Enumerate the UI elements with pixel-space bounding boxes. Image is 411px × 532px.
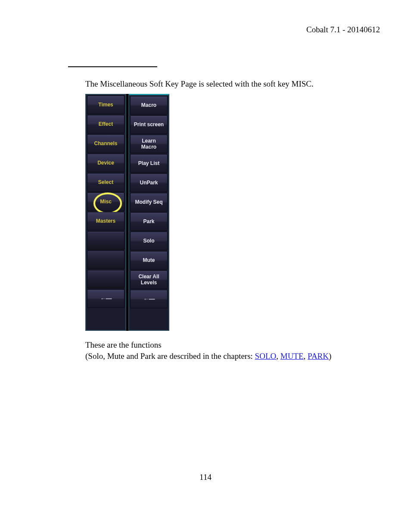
softkey-empty [87,231,125,250]
functions-line1: These are the functions [85,340,162,349]
softkey-times: Times [87,96,125,114]
softkey-masters: Masters [87,212,125,230]
softkey-channels: Channels [87,134,125,153]
functions-close: ) [329,352,331,361]
softkey-modify-seq: Modify Seq [130,193,168,212]
softkey-effect: Effect [87,115,125,134]
functions-line2-pre: (Solo, Mute and Park are described in th… [85,352,255,361]
section-rule [68,66,157,67]
back-arrow-icon: ←— [143,296,155,302]
functions-paragraph: These are the functions (Solo, Mute and … [85,339,331,361]
link-solo[interactable]: SOLO [255,352,277,361]
softkey-mute: Mute [130,251,168,270]
page-number-text: 114 [199,473,212,482]
softkey-unpark: UnPark [130,174,168,192]
sep2: , [304,352,308,361]
softkey-misc: Misc [87,193,125,211]
softkey-back: ←— [87,289,125,308]
doc-header-text: Cobalt 7.1 - 20140612 [306,25,380,34]
softkey-learn-macro: Learn Macro [130,135,168,153]
intro-text: The Miscellaneous Soft Key Page is selec… [85,79,314,88]
doc-header: Cobalt 7.1 - 20140612 [306,25,380,34]
softkey-col-left: TimesEffectChannelsDeviceSelectMiscMaste… [85,94,126,331]
intro-paragraph: The Miscellaneous Soft Key Page is selec… [85,79,314,89]
sep1: , [276,352,280,361]
softkey-device: Device [87,154,125,172]
page-number: 114 [0,473,411,482]
softkey-select: Select [87,173,125,192]
softkey-col-right: MacroPrint screenLearn MacroPlay ListUnP… [128,94,169,331]
highlight-circle [93,193,122,214]
softkey-clear-all-levels: Clear All Levels [130,271,168,289]
back-arrow-icon: ←— [100,295,112,302]
softkey-macro: Macro [130,96,168,115]
link-mute[interactable]: MUTE [280,352,304,361]
softkey-empty [87,270,125,289]
softkey-empty [87,251,125,269]
link-park[interactable]: PARK [308,352,329,361]
softkey-print-screen: Print screen [130,115,168,134]
softkey-play-list: Play List [130,154,168,173]
softkey-back: ←— [130,290,168,308]
softkey-park: Park [130,212,168,231]
softkey-screenshot: TimesEffectChannelsDeviceSelectMiscMaste… [85,94,169,331]
softkey-solo: Solo [130,232,168,250]
